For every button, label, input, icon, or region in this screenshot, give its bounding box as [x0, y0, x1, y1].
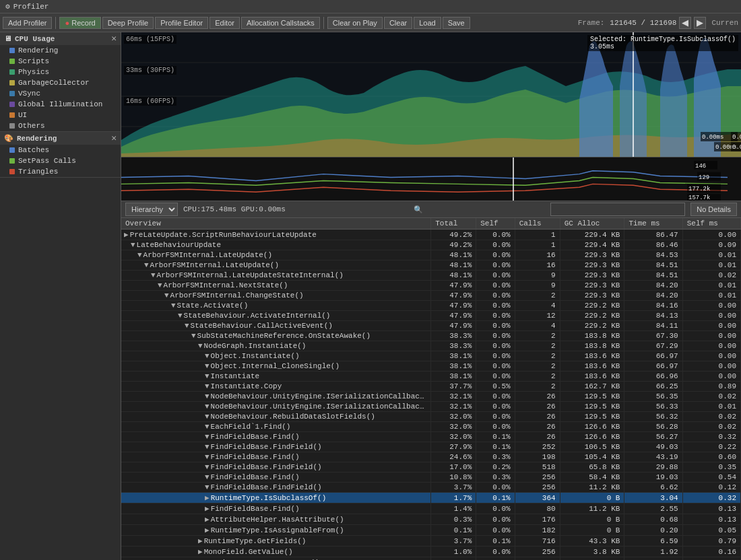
rendering-header[interactable]: 🎨 Rendering ✕ — [0, 132, 121, 145]
add-profiler-button[interactable]: Add Profiler — [3, 17, 52, 29]
overview-cell[interactable]: ▶RuntimeType.IsSubclassOf() — [121, 493, 431, 503]
save-button[interactable]: Save — [443, 17, 470, 29]
overview-cell[interactable]: ▼Instantiate.Copy — [121, 382, 431, 392]
table-row[interactable]: ▼Object.Instantiate() 38.1% 0.0% 2 183.6… — [121, 351, 741, 361]
table-row[interactable]: ▼ArborFSMInternal.LateUpdateStateInterna… — [121, 271, 741, 281]
deep-profile-button[interactable]: Deep Profile — [102, 17, 154, 29]
overview-cell[interactable]: ▼NodeBehaviour.UnityEngine.ISerializatio… — [121, 392, 431, 402]
overview-cell[interactable]: ▼FindFieldBase.Find() — [121, 452, 431, 462]
editor-button[interactable]: Editor — [210, 17, 240, 29]
table-row[interactable]: ▼NodeGraph.Instantiate() 38.3% 0.0% 2 18… — [121, 341, 741, 351]
overview-cell[interactable]: ▼SubStateMachineReference.OnStateAwake() — [121, 331, 431, 341]
table-row[interactable]: ▼State.Activate() 47.9% 0.0% 4 229.2 KB … — [121, 301, 741, 311]
search-input[interactable] — [550, 203, 685, 216]
profile-editor-button[interactable]: Profile Editor — [155, 17, 208, 29]
overview-cell[interactable]: ▶AttributeHelper.HasAttribute() — [121, 514, 431, 525]
overview-cell[interactable]: ▼Object.Internal_CloneSingle() — [121, 361, 431, 372]
col-selfms[interactable]: Self ms — [682, 218, 740, 230]
clear-button[interactable]: Clear — [384, 17, 412, 29]
col-timems[interactable]: Time ms — [624, 218, 682, 230]
overview-cell[interactable]: ▼State.Activate() — [121, 301, 431, 311]
overview-cell[interactable]: ▼ArborFSMInternal.LateUpdate() — [121, 260, 431, 271]
clear-on-play-button[interactable]: Clear on Play — [327, 17, 383, 29]
overview-cell[interactable]: ▼Instantiate — [121, 372, 431, 382]
table-row[interactable]: ▼FindFieldBase.FindField() 27.9% 0.1% 25… — [121, 442, 741, 452]
overview-cell[interactable]: ▶RuntimeType.IsAssignableFrom() — [121, 525, 431, 536]
sidebar-item-vsync[interactable]: VSync — [0, 88, 121, 99]
table-row[interactable]: ▼NodeBehaviour.UnityEngine.ISerializatio… — [121, 392, 741, 402]
overview-cell[interactable]: ▼NodeBehaviour.UnityEngine.ISerializatio… — [121, 402, 431, 412]
overview-cell[interactable]: ▼ArborFSMInternal.LateUpdateStateInterna… — [121, 271, 431, 281]
table-row[interactable]: ▶RuntimeType.IsAssignableFrom() 0.1% 0.0… — [121, 525, 741, 536]
sidebar-item-others[interactable]: Others — [0, 120, 121, 131]
table-row[interactable]: ▼FindFieldBase.Find() 32.0% 0.1% 26 126.… — [121, 432, 741, 442]
overview-cell[interactable]: ▼StateBehaviour.CallActiveEvent() — [121, 321, 431, 331]
col-gcalloc[interactable]: GC Alloc — [560, 218, 624, 230]
table-row[interactable]: ▼ArborFSMInternal.LateUpdate() 48.1% 0.0… — [121, 260, 741, 271]
table-row[interactable]: ▼FindFieldBase.Find() 24.6% 0.3% 198 105… — [121, 452, 741, 462]
render-item-batches[interactable]: Batches — [0, 145, 121, 155]
overview-cell[interactable]: ▶FindFieldBase.Find() — [121, 503, 431, 514]
table-row[interactable]: ▼EachField`1.Find() 32.0% 0.0% 26 126.6 … — [121, 422, 741, 432]
table-row[interactable]: ▼Object.Internal_CloneSingle() 38.1% 0.0… — [121, 361, 741, 372]
overview-cell[interactable]: ▼ArborFSMInternal.ChangeState() — [121, 291, 431, 301]
overview-cell[interactable]: ▼NodeBehaviour.RebuildDataSlotFields() — [121, 412, 431, 422]
overview-cell[interactable]: ▼FindFieldBase.FindField() — [121, 462, 431, 473]
overview-cell[interactable]: ▼NodeGraph.Instantiate() — [121, 341, 431, 351]
table-row[interactable]: ▼FindFieldBase.FindField() 17.0% 0.2% 51… — [121, 462, 741, 473]
table-row[interactable]: ▼NodeBehaviour.RebuildDataSlotFields() 3… — [121, 412, 741, 422]
table-row[interactable]: ▼NodeBehaviour.UnityEngine.ISerializatio… — [121, 402, 741, 412]
table-row[interactable]: ▼FindFieldBase.FindField() 3.7% 0.0% 256… — [121, 483, 741, 493]
cpu-chart[interactable]: 0.00ms 0.00ms 0.00ms 0.00ms 66ms (15FPS)… — [121, 32, 741, 157]
overview-cell[interactable]: ▼FindFieldBase.Find() — [121, 432, 431, 442]
table-row[interactable]: ▶FindFieldBase.Find() 1.4% 0.0% 80 11.2 … — [121, 503, 741, 514]
overview-cell[interactable]: ▼StateBehaviour.ActivateInternal() — [121, 311, 431, 321]
frame-prev-button[interactable]: ◀ — [679, 17, 691, 29]
rendering-section-close-button[interactable]: ✕ — [111, 134, 117, 143]
table-row[interactable]: ▶AttributeHelper.HasAttribute() 0.3% 0.0… — [121, 514, 741, 525]
sidebar-item-ui[interactable]: UI — [0, 110, 121, 120]
sidebar-item-physics[interactable]: Physics — [0, 67, 121, 77]
overview-cell[interactable]: ▼EachField`1.Find() — [121, 422, 431, 432]
overview-cell[interactable]: ▶PreLateUpdate.ScriptRunBehaviourLateUpd… — [121, 230, 431, 240]
col-overview[interactable]: Overview — [121, 218, 431, 230]
table-container[interactable]: Overview Total Self Calls GC Alloc Time … — [121, 218, 741, 560]
overview-cell[interactable]: ▶RuntimeType.get_BaseType() — [121, 557, 431, 561]
overview-cell[interactable]: ▼FindFieldBase.FindField() — [121, 442, 431, 452]
render-item-triangles[interactable]: Triangles — [0, 166, 121, 177]
overview-cell[interactable]: ▼Object.Instantiate() — [121, 351, 431, 361]
render-item-setpass-calls[interactable]: SetPass Calls — [0, 155, 121, 166]
table-row[interactable]: ▼Instantiate 38.1% 0.0% 2 183.6 KB 66.96… — [121, 372, 741, 382]
overview-cell[interactable]: ▼FindFieldBase.Find() — [121, 473, 431, 483]
cpu-section-close-button[interactable]: ✕ — [111, 34, 117, 43]
overview-cell[interactable]: ▼FindFieldBase.FindField() — [121, 483, 431, 493]
table-row[interactable]: ▼StateBehaviour.ActivateInternal() 47.9%… — [121, 311, 741, 321]
table-row[interactable]: ▼ArborFSMInternal.ChangeState() 47.9% 0.… — [121, 291, 741, 301]
cpu-usage-header[interactable]: 🖥 CPU Usage ✕ — [0, 32, 121, 45]
col-self[interactable]: Self — [476, 218, 515, 230]
table-row[interactable]: ▼ArborFSMInternal.LateUpdate() 48.1% 0.0… — [121, 250, 741, 260]
sidebar-item-rendering[interactable]: Rendering — [0, 45, 121, 56]
col-total[interactable]: Total — [431, 218, 476, 230]
overview-cell[interactable]: ▼ArborFSMInternal.LateUpdate() — [121, 250, 431, 260]
frame-next-button[interactable]: ▶ — [694, 17, 706, 29]
render-chart[interactable]: 146 129 177.2k 157.7k — [121, 157, 741, 201]
table-row[interactable]: ▼SubStateMachineReference.OnStateAwake()… — [121, 331, 741, 341]
table-row[interactable]: ▶RuntimeType.IsSubclassOf() 1.7% 0.1% 36… — [121, 493, 741, 503]
table-row[interactable]: ▼ArborFSMInternal.NextState() 47.9% 0.0%… — [121, 281, 741, 291]
table-row[interactable]: ▶RuntimeType.GetFields() 3.7% 0.1% 716 4… — [121, 536, 741, 547]
table-row[interactable]: ▶PreLateUpdate.ScriptRunBehaviourLateUpd… — [121, 230, 741, 240]
sidebar-item-scripts[interactable]: Scripts — [0, 56, 121, 67]
sidebar-item-global-illumination[interactable]: Global Illumination — [0, 99, 121, 110]
table-row[interactable]: ▼StateBehaviour.CallActiveEvent() 47.9% … — [121, 321, 741, 331]
table-row[interactable]: ▼Instantiate.Copy 37.7% 0.5% 2 162.7 KB … — [121, 382, 741, 392]
table-row[interactable]: ▼LateBehaviourUpdate 49.2% 0.0% 1 229.4 … — [121, 240, 741, 250]
record-button[interactable]: ● Record — [59, 17, 100, 29]
load-button[interactable]: Load — [414, 17, 441, 29]
no-details-button[interactable]: No Details — [690, 203, 737, 216]
hierarchy-select[interactable]: Hierarchy — [125, 203, 178, 216]
table-row[interactable]: ▶RuntimeType.get_BaseType() 3.7% 0.0% 71… — [121, 557, 741, 561]
overview-cell[interactable]: ▼ArborFSMInternal.NextState() — [121, 281, 431, 291]
overview-cell[interactable]: ▶MonoField.GetValue() — [121, 547, 431, 557]
sidebar-item-garbagecollector[interactable]: GarbageCollector — [0, 77, 121, 88]
